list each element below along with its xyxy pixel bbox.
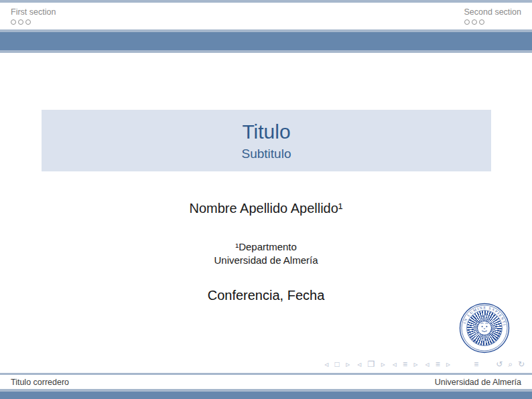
footer-institution: Universidad de Almería <box>435 378 521 387</box>
conference-date: Conferencia, Fecha <box>0 288 532 303</box>
nav-forward-icon[interactable]: ↻ <box>518 360 525 369</box>
footer-short-title: Titulo corredero <box>11 378 69 387</box>
bottom-bar <box>0 392 532 399</box>
institute-department: ¹Departmento <box>0 240 532 254</box>
header-rule-bottom <box>0 50 532 53</box>
nav-frame-controls[interactable]: ◃ ❐ ▹ <box>357 360 387 369</box>
nav-back-icon[interactable]: ↺ <box>496 360 503 369</box>
author-name: Nombre Apellido Apellido¹ <box>0 201 532 216</box>
slide-subtitle: Subtitulo <box>242 147 291 161</box>
miniframe-dot[interactable] <box>25 19 31 25</box>
nav-slide-controls[interactable]: ◃ □ ▹ <box>324 360 352 369</box>
institute-block: ¹Departmento Universidad de Almería <box>0 240 532 267</box>
beamer-navigation-bar: ◃ □ ▹ ◃ ❐ ▹ ◃ ≡ ▹ ◃ ≡ ▹ ≡ ↺ ⌕ ↻ <box>324 360 525 369</box>
institute-university: Universidad de Almería <box>0 254 532 267</box>
nav-search-icon[interactable]: ⌕ <box>508 360 513 369</box>
header-bar <box>0 32 532 50</box>
footer-bar: Titulo corredero Universidad de Almería <box>0 375 532 389</box>
nav-subsection-controls[interactable]: ◃ ≡ ▹ <box>425 360 452 369</box>
miniframe-dot[interactable] <box>472 19 477 25</box>
navigation-header: First section Second section <box>0 3 532 29</box>
miniframe-dot[interactable] <box>479 19 484 25</box>
title-box: Titulo Subtitulo <box>42 110 491 171</box>
miniframe-dots-second <box>464 19 484 25</box>
beamer-slide: First section Second section Titulo Subt… <box>0 0 532 399</box>
miniframe-dot[interactable] <box>18 19 23 25</box>
nav-section-controls[interactable]: ◃ ≡ ▹ <box>393 360 420 369</box>
miniframe-dots-first <box>11 19 31 25</box>
miniframe-dot[interactable] <box>464 19 470 25</box>
nav-appendix-icon[interactable]: ≡ <box>474 360 478 369</box>
section-second-label[interactable]: Second section <box>464 7 521 17</box>
section-nav-first[interactable]: First section <box>11 7 56 29</box>
seal-overlay: IN LUMINE SAPIENTIA UNIVERSITAS ALMERIEN… <box>459 303 510 353</box>
section-nav-second[interactable]: Second section <box>464 7 521 29</box>
section-first-label[interactable]: First section <box>11 7 56 17</box>
slide-title: Titulo <box>242 121 290 143</box>
university-seal-logo: IN LUMINE SAPIENTIA UNIVERSITAS ALMERIEN… <box>459 303 510 353</box>
miniframe-dot[interactable] <box>11 19 16 25</box>
